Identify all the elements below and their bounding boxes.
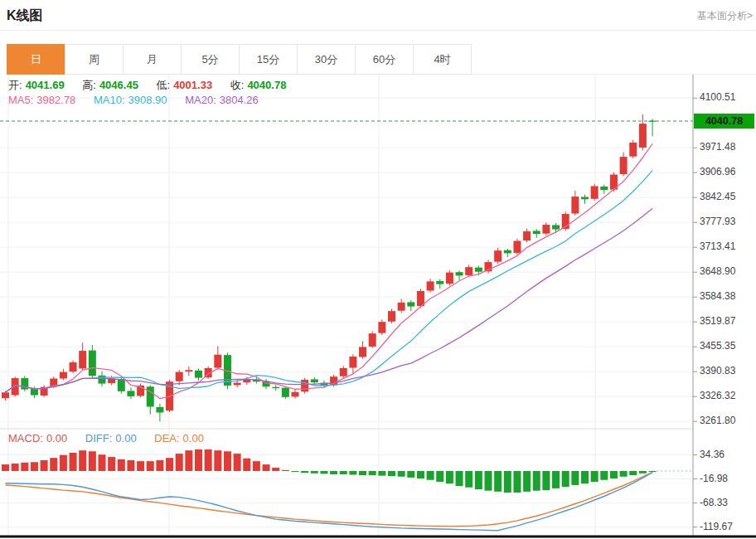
price-tick: 3519.87: [700, 315, 735, 327]
ma5-label: MA5:: [8, 94, 33, 106]
candle-body: [591, 186, 598, 198]
macd-bar: [378, 471, 385, 476]
macd-bar: [591, 471, 598, 482]
tab-15min[interactable]: 15分: [239, 44, 298, 75]
macd-tick: -119.67: [700, 521, 733, 532]
macd-bar: [485, 471, 492, 491]
candle-body: [504, 250, 511, 254]
macd-bar: [311, 471, 318, 473]
macd-bar: [629, 471, 637, 475]
macd-bar: [542, 471, 550, 490]
macd-bar: [176, 454, 183, 471]
price-tick: 3777.93: [700, 216, 735, 227]
current-price-label: 4040.78: [694, 114, 754, 129]
candle-body: [89, 351, 96, 376]
macd-bar: [436, 471, 443, 482]
macd-bar: [137, 461, 144, 471]
candle-body: [494, 250, 502, 261]
candle-body: [649, 121, 657, 122]
candle-body: [272, 387, 279, 388]
macd-bar: [523, 471, 531, 492]
candle-body: [282, 388, 289, 397]
macd-tick: -16.98: [700, 473, 728, 484]
macd-bar: [31, 462, 38, 471]
macd-bar: [224, 451, 231, 471]
kline-macd-canvas[interactable]: [0, 75, 756, 539]
candle-body: [629, 143, 637, 157]
macd-bar: [446, 471, 453, 483]
macd-tick: 34.36: [700, 449, 724, 460]
candle-body: [475, 268, 482, 272]
low-label: 低:: [157, 79, 171, 91]
macd-bar: [533, 471, 540, 491]
price-tick: 3648.90: [700, 265, 735, 277]
candle-body: [349, 357, 356, 367]
macd-bar: [301, 471, 308, 473]
tab-month[interactable]: 月: [123, 44, 182, 75]
candle-body: [456, 272, 463, 275]
diff-value: 0.00: [115, 432, 136, 444]
tab-60min[interactable]: 60分: [355, 44, 414, 75]
candle-body: [581, 197, 589, 200]
chart-area[interactable]: 开:4041.69 高:4046.45 低:4001.33 收:4040.78 …: [0, 75, 756, 539]
macd-bar: [127, 460, 134, 471]
candle-body: [311, 379, 318, 382]
candle-body: [446, 273, 453, 284]
macd-bar: [407, 471, 414, 478]
macd-bar: [156, 460, 163, 471]
candle-body: [523, 231, 531, 240]
candle-body: [398, 303, 405, 311]
macd-bar: [320, 471, 327, 473]
page-title: K线图: [0, 0, 756, 25]
macd-bar: [427, 471, 434, 480]
kline-widget: K线图 基本面分析> 日周月5分15分30分60分4时 开:4041.69 高:…: [0, 0, 756, 539]
open-label: 开:: [8, 79, 22, 91]
macd-bar: [118, 459, 125, 471]
candle-body: [70, 362, 77, 371]
macd-bar: [60, 455, 67, 471]
tab-5min[interactable]: 5分: [181, 44, 240, 75]
candle-body: [156, 407, 163, 413]
fundamental-analysis-link[interactable]: 基本面分析>: [697, 9, 753, 23]
diff-label: DIFF:: [85, 432, 113, 444]
close-value: 4040.78: [247, 79, 286, 91]
macd-bar: [195, 449, 202, 471]
macd-bar: [465, 471, 472, 488]
macd-bar: [349, 471, 356, 475]
macd-bar: [12, 464, 19, 471]
candle-body: [427, 281, 434, 290]
ma-legend: MA5:3982.78 MA10:3908.90 MA20:3804.26: [8, 94, 262, 106]
macd-bar: [185, 450, 192, 471]
candle-body: [127, 391, 134, 396]
candle-body: [301, 380, 308, 391]
candle-body: [533, 231, 540, 234]
candle-body: [243, 380, 250, 382]
candle-body: [214, 355, 221, 368]
tab-week[interactable]: 周: [65, 44, 124, 75]
candle-body: [118, 379, 125, 391]
price-tick: 3261.80: [700, 415, 735, 426]
tab-day[interactable]: 日: [7, 44, 65, 75]
candle-body: [600, 187, 608, 190]
candle-body: [195, 371, 202, 378]
macd-bar: [639, 471, 647, 473]
candle-body: [378, 322, 385, 333]
macd-bar: [552, 471, 560, 488]
macd-bar: [581, 471, 589, 483]
price-tick: 3971.48: [700, 141, 735, 153]
ma10-value: 3908.90: [128, 94, 167, 106]
candle-body: [31, 389, 38, 396]
macd-bar: [205, 449, 212, 471]
candle-body: [234, 383, 241, 386]
macd-bar: [475, 471, 482, 489]
tab-4hour[interactable]: 4时: [413, 44, 472, 75]
candle-body: [465, 267, 472, 275]
macd-bar: [50, 458, 57, 471]
price-tick: 3326.32: [700, 390, 735, 401]
candle-body: [185, 370, 192, 371]
tab-30min[interactable]: 30分: [297, 44, 356, 75]
candle-body: [79, 351, 86, 368]
macd-bar: [649, 471, 657, 472]
ma5-value: 3982.78: [36, 94, 75, 106]
ma20-line: [6, 208, 653, 392]
